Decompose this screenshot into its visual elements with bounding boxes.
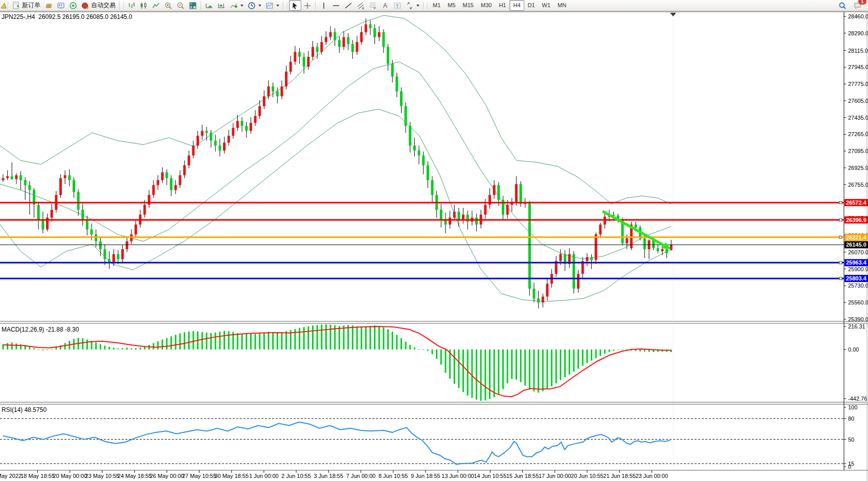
notifications-button[interactable]: 1 xyxy=(852,0,864,11)
tf-button-h4[interactable]: H4 xyxy=(509,0,524,11)
chart-canvas[interactable]: 28460.028290.028115.027945.027775.027605… xyxy=(0,11,868,481)
periods-dropdown-caret[interactable] xyxy=(258,5,261,7)
crosshair-tool-button[interactable] xyxy=(301,0,314,11)
svg-text:100: 100 xyxy=(848,404,857,410)
svg-text:26145.0: 26145.0 xyxy=(846,242,866,248)
text-icon: A xyxy=(381,2,389,10)
trendline-tool-button[interactable] xyxy=(342,0,354,11)
toolbar-separator xyxy=(283,2,284,10)
macd-indicator-label: MACD(12,26,9) -21.88 -8.30 xyxy=(2,326,79,333)
svg-text:13 Jun 00:00: 13 Jun 00:00 xyxy=(441,473,474,479)
chart-shift-button[interactable] xyxy=(215,0,228,11)
svg-text:216.31: 216.31 xyxy=(848,323,865,330)
line-chart-type-button[interactable] xyxy=(150,0,162,11)
toolbar-grip[interactable] xyxy=(427,2,428,9)
toolbar-grip[interactable] xyxy=(286,2,288,9)
time-axis: May 202218 May 18:5520 May 00:0023 May 1… xyxy=(0,470,668,479)
zoom-in-icon xyxy=(164,2,172,10)
arrows-tool-button[interactable] xyxy=(404,0,421,11)
svg-text:26221.4: 26221.4 xyxy=(846,234,867,240)
templates-button[interactable] xyxy=(263,0,281,11)
tile-windows-button[interactable] xyxy=(187,0,199,11)
terminal-button[interactable] xyxy=(55,0,67,11)
chart-shift-icon xyxy=(217,2,226,10)
fibonacci-tool-button[interactable]: F xyxy=(367,0,379,11)
svg-text:23 May 10:55: 23 May 10:55 xyxy=(85,473,120,479)
chart-ohlc-title: JPN225-,H4 26092.5 26195.0 26085.0 26145… xyxy=(2,13,132,20)
svg-text:14 Jun 10:55: 14 Jun 10:55 xyxy=(474,473,506,479)
toolbar-separator xyxy=(423,2,424,10)
cursor-tool-button[interactable] xyxy=(289,0,301,11)
periods-button[interactable] xyxy=(246,0,263,11)
auto-scroll-button[interactable] xyxy=(203,0,215,11)
signal-icon xyxy=(69,2,77,10)
zoom-in-button[interactable] xyxy=(162,0,174,11)
indicators-button[interactable] xyxy=(228,0,246,11)
add-indicator-icon xyxy=(230,2,238,10)
svg-text:-442.76: -442.76 xyxy=(848,396,867,402)
autotrading-button[interactable]: 自动交易 xyxy=(79,0,118,11)
svg-text:18 May 18:55: 18 May 18:55 xyxy=(20,473,55,479)
vertical-line-tool-button[interactable] xyxy=(318,0,330,11)
text-tool-button[interactable]: A xyxy=(379,0,391,11)
tf-button-w1[interactable]: W1 xyxy=(539,0,554,11)
new-order-icon xyxy=(12,2,20,10)
toolbar-separator xyxy=(8,2,9,10)
svg-text:0.00: 0.00 xyxy=(848,346,859,353)
auto-scroll-icon xyxy=(205,2,213,10)
svg-text:25730.0: 25730.0 xyxy=(848,282,868,289)
svg-text:3 Jun 18:55: 3 Jun 18:55 xyxy=(314,473,344,479)
crosshair-icon xyxy=(303,2,311,10)
svg-text:26396.9: 26396.9 xyxy=(846,217,866,223)
svg-text:9 Jun 18:55: 9 Jun 18:55 xyxy=(411,473,440,479)
macd-panel: 216.310.00-442.76 xyxy=(3,323,867,402)
candlestick-type-button[interactable] xyxy=(138,0,150,11)
horizontal-line-icon xyxy=(332,2,340,10)
search-button[interactable] xyxy=(836,0,849,11)
svg-text:27 May 10:55: 27 May 10:55 xyxy=(182,473,216,479)
templates-dropdown-caret[interactable] xyxy=(276,5,279,7)
market-depth-button[interactable] xyxy=(42,0,55,11)
svg-text:A: A xyxy=(383,2,387,9)
indicators-dropdown-caret[interactable] xyxy=(240,5,243,7)
tf-button-m5[interactable]: M5 xyxy=(444,0,459,11)
svg-text:26755.0: 26755.0 xyxy=(848,182,868,188)
rsi-indicator-label: RSI(14) 48.5750 xyxy=(2,406,47,413)
svg-text:2 Jun 10:55: 2 Jun 10:55 xyxy=(281,473,311,479)
svg-text:20 Jun 10:55: 20 Jun 10:55 xyxy=(571,473,604,479)
tf-button-mn[interactable]: MN xyxy=(554,0,570,11)
svg-text:27775.0: 27775.0 xyxy=(848,81,868,87)
bar-chart-type-button[interactable] xyxy=(125,0,138,11)
svg-text:25963.4: 25963.4 xyxy=(846,259,867,266)
signal-button[interactable] xyxy=(67,0,79,11)
toolbar-grip[interactable] xyxy=(123,2,124,9)
svg-text:50: 50 xyxy=(848,436,854,443)
horizontal-line-tool-button[interactable] xyxy=(330,0,342,11)
new-order-button[interactable]: 新订单 xyxy=(10,0,42,11)
svg-text:28460.0: 28460.0 xyxy=(848,13,868,19)
channel-tool-button[interactable]: E xyxy=(354,0,367,11)
tf-button-d1[interactable]: D1 xyxy=(524,0,539,11)
tf-button-m30[interactable]: M30 xyxy=(477,0,495,11)
tf-button-h1[interactable]: H1 xyxy=(495,0,509,11)
main-toolbar: 新订单 xyxy=(0,0,868,11)
tf-button-m1[interactable]: M1 xyxy=(429,0,444,11)
arrows-dropdown-caret[interactable] xyxy=(416,5,419,7)
svg-text:26925.0: 26925.0 xyxy=(848,165,868,171)
clipped-icon xyxy=(0,2,6,10)
zoom-out-button[interactable] xyxy=(174,0,187,11)
tf-button-m15[interactable]: M15 xyxy=(459,0,477,11)
autotrading-icon xyxy=(81,2,90,10)
svg-text:21 Jun 18:55: 21 Jun 18:55 xyxy=(603,473,636,479)
gold-stack-icon xyxy=(44,2,53,10)
new-order-label: 新订单 xyxy=(22,1,40,10)
trendline-icon xyxy=(344,2,352,10)
svg-text:27265.0: 27265.0 xyxy=(848,131,868,137)
panel-frames xyxy=(0,11,868,481)
rsi-panel: 1008050150 xyxy=(0,404,857,470)
svg-text:25560.0: 25560.0 xyxy=(848,299,868,305)
svg-text:1 Jun 00:00: 1 Jun 00:00 xyxy=(249,473,279,479)
toolbar-separator xyxy=(315,2,316,10)
label-tool-button[interactable]: T xyxy=(391,0,404,11)
search-icon xyxy=(838,2,847,10)
